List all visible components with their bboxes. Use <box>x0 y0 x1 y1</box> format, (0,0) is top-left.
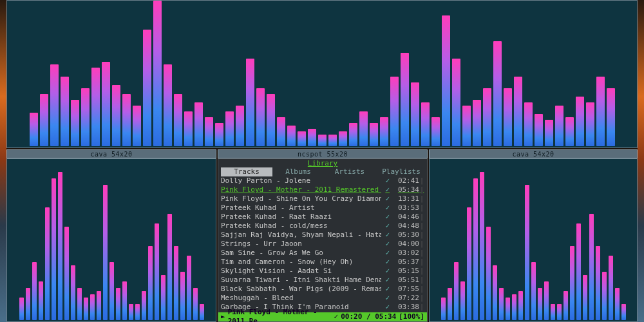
eq-bar <box>112 85 120 146</box>
eq-bar <box>609 256 613 320</box>
scrollbar-gutter: | <box>419 240 424 249</box>
eq-bar <box>460 281 465 320</box>
track-row[interactable]: Prateek Kuhad - cold/mess✓04:48| <box>221 222 424 231</box>
track-title: Prateek Kuhad - cold/mess <box>221 222 381 231</box>
ncspot-titlebar[interactable]: ncspot 55x20 <box>218 149 428 158</box>
eq-bar <box>39 281 43 320</box>
track-row[interactable]: Pink Floyd - Mother - 2011 Remastered Ve… <box>221 185 424 194</box>
track-title: Black Sabbath - War Pigs (2009 - Remaste… <box>221 285 381 294</box>
scrollbar-gutter: | <box>419 249 424 258</box>
scrollbar-gutter: | <box>419 276 424 285</box>
track-row[interactable]: Pink Floyd - Shine On You Crazy Diamond … <box>221 194 424 204</box>
saved-tick-icon: ✓ <box>381 185 390 194</box>
eq-bar <box>421 102 430 146</box>
track-title: Suvarna Tiwari - Itni Shakti Hame Dena D… <box>221 276 381 285</box>
eq-bar <box>493 265 497 320</box>
tab-albums[interactable]: Albums <box>272 167 324 176</box>
saved-tick-icon: ✓ <box>381 258 390 267</box>
eq-bar <box>64 227 69 320</box>
eq-bar <box>544 281 549 320</box>
eq-bar <box>615 288 620 320</box>
eq-bar <box>473 100 481 146</box>
eq-bar <box>287 126 296 146</box>
track-row[interactable]: Skylight Vision - Aadat Si✓05:15| <box>221 267 424 276</box>
cava-left-titlebar[interactable]: cava 54x20 <box>6 149 216 158</box>
eq-bar <box>607 88 615 146</box>
eq-bar <box>524 102 533 146</box>
track-row[interactable]: Sajjan Raj Vaidya, Shyam Nepali - Hataar… <box>221 231 424 240</box>
scrollbar-gutter: | <box>419 258 424 267</box>
track-title: Strings - Urr Jaoon <box>221 240 381 249</box>
eq-bar <box>58 172 62 320</box>
eq-bar <box>359 111 368 146</box>
eq-bar <box>401 53 409 146</box>
saved-tick-icon: ✓ <box>381 240 390 249</box>
eq-bar <box>380 117 388 146</box>
eq-bar <box>236 106 244 146</box>
wallpaper-right-strip <box>638 0 644 322</box>
eq-bar <box>565 117 574 146</box>
track-row[interactable]: Dolly Parton - Jolene✓02:41| <box>221 176 424 185</box>
saved-tick-icon: ✓ <box>381 176 390 185</box>
track-row[interactable]: Meshuggah - Bleed✓07:22| <box>221 294 424 303</box>
eq-bar <box>551 304 555 320</box>
cava-right-panel <box>429 158 638 322</box>
eq-bar <box>26 288 30 320</box>
eq-bar <box>504 88 512 146</box>
saved-tick-icon: ✓ <box>381 285 390 294</box>
eq-bar <box>370 123 378 146</box>
eq-bar <box>557 304 562 320</box>
track-duration: 04:00 <box>390 240 419 249</box>
saved-tick-icon: ✓ <box>381 204 390 213</box>
eq-bar <box>129 304 133 320</box>
eq-bar <box>215 123 223 146</box>
cava-top-panel <box>6 0 638 148</box>
track-row[interactable]: Prateek Kuhad - Raat Raazi✓04:46| <box>221 213 424 222</box>
scrollbar-gutter: | <box>419 213 424 222</box>
eq-bar <box>246 59 254 146</box>
track-row[interactable]: Sam Sine - Grow As We Go✓03:02| <box>221 249 424 258</box>
cava-right-titlebar[interactable]: cava 54x20 <box>429 149 638 158</box>
eq-bar <box>441 298 446 320</box>
eq-bar <box>122 94 131 146</box>
scrollbar-gutter: | <box>419 285 424 294</box>
eq-bar <box>452 59 460 146</box>
eq-bar <box>40 94 48 146</box>
cava-top-visualizer <box>7 1 637 147</box>
track-row[interactable]: Prateek Kuhad - Artist✓03:53| <box>221 204 424 213</box>
scrollbar-gutter: | <box>419 222 424 231</box>
eq-bar <box>525 185 529 320</box>
eq-bar <box>30 113 38 146</box>
track-title: Prateek Kuhad - Artist <box>221 204 381 213</box>
scrollbar-gutter: | <box>419 176 424 185</box>
eq-bar <box>545 120 553 146</box>
eq-bar <box>19 298 24 320</box>
track-duration: 05:30 <box>390 231 419 240</box>
eq-bar <box>596 77 605 146</box>
scrollbar-gutter: | <box>419 267 424 276</box>
track-row[interactable]: Suvarna Tiwari - Itni Shakti Hame Dena D… <box>221 276 424 285</box>
scrollbar-gutter: | <box>419 303 424 312</box>
saved-tick-icon: ✓ <box>381 213 390 222</box>
track-duration: 07:55 <box>390 285 419 294</box>
eq-bar <box>52 178 56 320</box>
eq-bar <box>143 30 151 146</box>
eq-bar <box>61 77 69 146</box>
eq-bar <box>467 207 471 320</box>
saved-tick-icon: ✓ <box>381 294 390 303</box>
eq-bar <box>267 94 275 146</box>
scrollbar-gutter: | <box>419 294 424 303</box>
track-row[interactable]: Strings - Urr Jaoon✓04:00| <box>221 240 424 249</box>
ncspot-track-list[interactable]: Dolly Parton - Jolene✓02:41|Pink Floyd -… <box>218 176 427 321</box>
tab-tracks[interactable]: Tracks <box>221 167 272 176</box>
eq-bar <box>298 131 306 146</box>
eq-bar <box>84 298 88 320</box>
eq-bar <box>621 304 626 320</box>
track-duration: 03:53 <box>390 204 419 213</box>
tab-artists[interactable]: Artists <box>324 167 375 176</box>
track-row[interactable]: Black Sabbath - War Pigs (2009 - Remaste… <box>221 285 424 294</box>
track-row[interactable]: Tim and Cameron - Snow (Hey Oh)✓05:37| <box>221 258 424 267</box>
saved-tick-icon: ✓ <box>381 249 390 258</box>
tab-playlists[interactable]: Playlists <box>375 167 427 176</box>
eq-bar <box>32 262 37 320</box>
